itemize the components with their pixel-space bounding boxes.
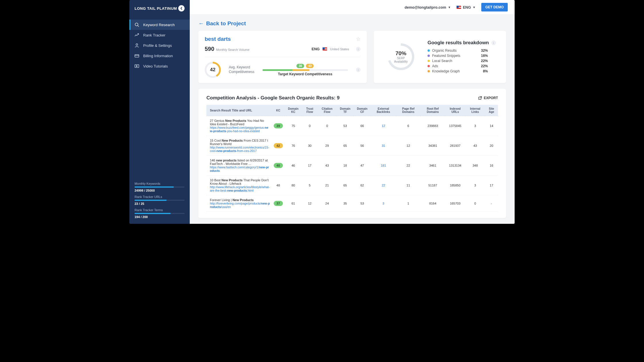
cell-title: 10 Best New Products That People Don't K… bbox=[206, 176, 272, 195]
col-trust-flow[interactable]: Trust Flow bbox=[302, 105, 317, 116]
locale-lang: ENG bbox=[312, 47, 320, 51]
col-root-ref[interactable]: Root Ref Domains bbox=[421, 105, 445, 116]
sidebar-item-profile-settings[interactable]: Profile & Settings bbox=[129, 40, 190, 51]
result-url[interactable]: http://www.lifehack.org/articles/lifesty… bbox=[210, 185, 270, 192]
cell-page-ref: 22 bbox=[396, 156, 421, 176]
legend-dot-icon bbox=[428, 60, 430, 62]
keyword-meta: 590 Monthly Search Volume ENG United Sta… bbox=[205, 42, 361, 57]
cell-root-ref: 3461 bbox=[421, 156, 445, 176]
info-icon[interactable]: i bbox=[356, 47, 361, 51]
table-row[interactable]: 15 Cool New Products From CES 2017 I Run… bbox=[206, 136, 498, 156]
keyword-lower: 42 Avg. Keyword Competitiveness 30 43 bbox=[205, 57, 361, 78]
avg-kc-gauge: 42 bbox=[205, 62, 221, 78]
target-badge-high: 43 bbox=[306, 64, 314, 68]
user-menu[interactable]: demo@longtailpro.com ▼ bbox=[405, 5, 451, 9]
favorite-star-icon[interactable]: ☆ bbox=[356, 36, 361, 42]
serp-availability-label: SERP Availability bbox=[394, 57, 408, 63]
cell-age: 16 bbox=[485, 156, 498, 176]
cell-kc: 48 bbox=[272, 176, 285, 195]
table-row[interactable]: Forever Living | New Products http://for… bbox=[206, 195, 498, 212]
progress-bar bbox=[135, 200, 185, 201]
col-age[interactable]: Site Age bbox=[485, 105, 498, 116]
svg-rect-2 bbox=[135, 55, 139, 57]
table-row[interactable]: 146 new products listed on 6/28/2017 at … bbox=[206, 156, 498, 176]
app-frame: LONG TAIL PLATINUM Keyword Research Rank… bbox=[129, 0, 515, 224]
serp-donut-chart: 70% SERP Availability bbox=[380, 36, 422, 78]
chevron-down-icon: ▼ bbox=[473, 6, 476, 9]
col-kc[interactable]: KC bbox=[272, 105, 285, 116]
stat-rank-urls: Rank Tracker URLs 23 / 25 bbox=[135, 195, 185, 205]
col-title[interactable]: Search Result Title and URL bbox=[206, 105, 272, 116]
export-button[interactable]: EXPORT bbox=[478, 96, 498, 100]
serp-right: Google results breakdown i Organic Resul… bbox=[428, 40, 496, 74]
cell-domain-cf: 53 bbox=[354, 195, 371, 212]
result-url[interactable]: https://www.fasttech.com/category/1/new-… bbox=[210, 165, 270, 172]
trend-icon bbox=[135, 33, 139, 37]
msv-value: 590 bbox=[205, 46, 214, 52]
collapse-sidebar-button[interactable] bbox=[178, 5, 185, 11]
stat-value: 24998 / 25000 bbox=[135, 189, 185, 192]
competition-table: Search Result Title and URL KC Domain KC… bbox=[206, 105, 498, 212]
col-domain-tf[interactable]: Domain TF bbox=[337, 105, 354, 116]
cell-domain-cf: 66 bbox=[354, 116, 371, 136]
result-url[interactable]: http://www.runnersworld.com/electronics/… bbox=[210, 146, 270, 153]
col-domain-cf[interactable]: Domain CF bbox=[354, 105, 371, 116]
cell-title: 146 new products listed on 6/28/2017 at … bbox=[206, 156, 272, 176]
cell-domain-tf: 18 bbox=[337, 156, 354, 176]
cell-indexed: 281937 bbox=[445, 136, 465, 156]
get-demo-button[interactable]: GET DEMO bbox=[481, 3, 508, 11]
cell-ext: 12 bbox=[371, 116, 396, 136]
cell-domain-cf: 56 bbox=[354, 136, 371, 156]
stat-label: Rank Tracker URLs bbox=[135, 195, 185, 199]
serp-breakdown-card: 70% SERP Availability Google results bre… bbox=[374, 31, 506, 83]
info-icon[interactable]: i bbox=[491, 41, 496, 45]
table-row[interactable]: 27 Genius New Products You Had No Idea E… bbox=[206, 116, 498, 136]
svg-point-0 bbox=[135, 23, 138, 26]
cell-root-ref: 239883 bbox=[421, 116, 445, 136]
sidebar-item-rank-tracker[interactable]: Rank Tracker bbox=[129, 30, 190, 40]
msv-label: Monthly Search Volume bbox=[216, 48, 249, 51]
cell-citation: 43 bbox=[317, 156, 337, 176]
cell-domain-kc: 75 bbox=[285, 116, 302, 136]
info-icon[interactable]: i bbox=[356, 68, 361, 72]
search-icon bbox=[135, 22, 139, 27]
cell-ext: 31 bbox=[371, 136, 396, 156]
flag-icon-us bbox=[323, 47, 327, 51]
result-url[interactable]: http://foreverliving.com/page/products/n… bbox=[210, 202, 270, 209]
brand-row: LONG TAIL PLATINUM bbox=[129, 5, 190, 17]
sidebar-item-billing[interactable]: Billing Information bbox=[129, 51, 190, 61]
cell-root-ref: 34381 bbox=[421, 136, 445, 156]
avg-kc-label-1: Avg. Keyword bbox=[229, 65, 254, 70]
sidebar-item-video-tutorials[interactable]: Video Tutorials bbox=[129, 61, 190, 71]
keyword-locale: ENG United States bbox=[312, 47, 349, 51]
col-indexed[interactable]: Indexed URLs bbox=[445, 105, 465, 116]
language-menu[interactable]: ENG ▼ bbox=[457, 5, 476, 9]
target-kc-bar bbox=[262, 69, 348, 71]
col-citation[interactable]: Citation Flow bbox=[317, 105, 337, 116]
legend-row: Local Search22% bbox=[428, 58, 488, 63]
sidebar-item-label: Billing Information bbox=[143, 54, 173, 58]
legend-dot-icon bbox=[428, 49, 430, 52]
progress-bar bbox=[135, 213, 185, 214]
table-row[interactable]: 10 Best New Products That People Don't K… bbox=[206, 176, 498, 195]
legend-row: Ads22% bbox=[428, 63, 488, 69]
col-internal[interactable]: Internal Links bbox=[465, 105, 485, 116]
arrow-left-icon: ← bbox=[198, 20, 204, 27]
col-domain-kc[interactable]: Domain KC bbox=[285, 105, 302, 116]
col-page-ref[interactable]: Page Ref Domains bbox=[396, 105, 421, 116]
legend-dot-icon bbox=[428, 65, 430, 67]
result-url[interactable]: https://www.buzzfeed.com/peggy/genius-ne… bbox=[210, 126, 270, 133]
cell-page-ref: 6 bbox=[396, 116, 421, 136]
cell-indexed: 165703 bbox=[445, 195, 465, 212]
cell-root-ref: 8164 bbox=[421, 195, 445, 212]
serp-availability-value: 70% bbox=[395, 50, 406, 57]
back-to-project-link[interactable]: ← Back to Project bbox=[198, 20, 246, 27]
col-ext-backlinks[interactable]: External Backlinks bbox=[371, 105, 396, 116]
cell-page-ref: 12 bbox=[396, 136, 421, 156]
cell-kc: 42 bbox=[272, 136, 285, 156]
legend-row: Featured Snippets16% bbox=[428, 53, 488, 58]
sidebar-item-keyword-research[interactable]: Keyword Research bbox=[129, 20, 190, 30]
cell-kc: 40 bbox=[272, 156, 285, 176]
cell-indexed: 1313134 bbox=[445, 156, 465, 176]
legend-label: Featured Snippets bbox=[432, 54, 460, 58]
